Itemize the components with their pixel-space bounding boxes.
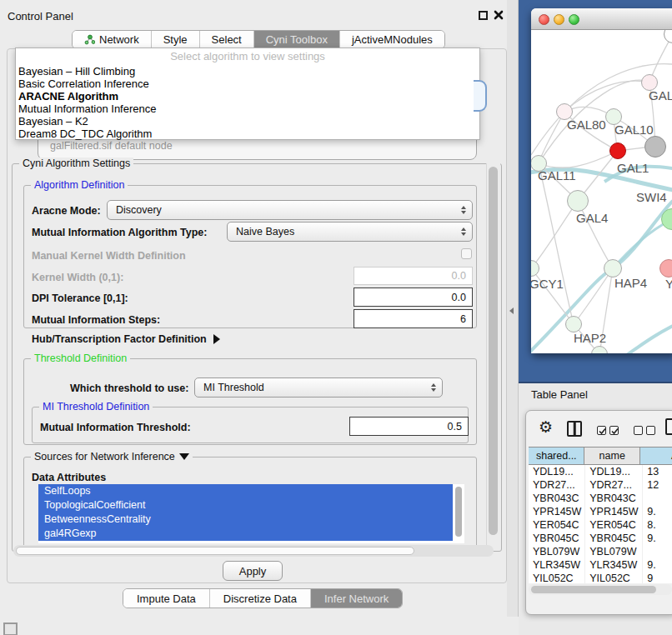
- node-label: GAL80: [567, 118, 606, 132]
- tab-discretize-data[interactable]: Discretize Data: [210, 589, 311, 608]
- apply-button[interactable]: Apply: [223, 561, 283, 581]
- table-cell[interactable]: 9.: [643, 558, 672, 572]
- tab-jactivemnodules[interactable]: jActiveMNodules: [340, 31, 444, 48]
- columns-icon[interactable]: [567, 421, 582, 437]
- algorithm-option[interactable]: Bayesian – K2: [16, 115, 479, 128]
- close-traffic-light-icon[interactable]: [539, 14, 549, 25]
- algorithm-option[interactable]: Bayesian – Hill Climbing: [16, 65, 479, 78]
- column-header-name[interactable]: name: [584, 448, 640, 464]
- tab-network[interactable]: Network: [73, 31, 152, 48]
- tab-infer-network[interactable]: Infer Network: [311, 589, 402, 608]
- table-cell[interactable]: 8.: [643, 518, 672, 532]
- tab-cyni-toolbox[interactable]: Cyni Toolbox: [254, 31, 340, 48]
- network-edge[interactable]: [574, 268, 613, 324]
- table-cell[interactable]: 12: [643, 478, 672, 492]
- table-cell[interactable]: YLR345W: [529, 558, 585, 572]
- table-row[interactable]: YDL19...YDL19...13: [529, 465, 672, 478]
- deselect-checkbox2-icon[interactable]: [646, 426, 655, 435]
- table-row[interactable]: YBR045CYBR045C9.: [529, 532, 672, 545]
- table-cell[interactable]: [643, 492, 672, 505]
- table-row[interactable]: YER054CYER054C8.: [529, 518, 672, 532]
- table-cell[interactable]: YDR27...: [529, 478, 585, 492]
- mi-threshold-input[interactable]: 0.5: [349, 417, 469, 436]
- settings-hscrollbar-thumb[interactable]: [16, 547, 414, 555]
- file-icon[interactable]: [665, 418, 672, 435]
- tab-impute-data[interactable]: Impute Data: [123, 589, 210, 608]
- network-canvas[interactable]: GALGAL80GAL10GAL1GAL11SWI4GAL4GCY1HAP4YH…: [531, 30, 672, 353]
- table-cell[interactable]: [643, 545, 672, 558]
- table-cell[interactable]: 9: [643, 572, 672, 583]
- select-all-checkbox2-icon[interactable]: [609, 426, 619, 435]
- mi-algorithm-type-select[interactable]: Naive Bayes: [227, 222, 473, 242]
- select-all-checkbox-icon[interactable]: [597, 426, 606, 435]
- gear-icon[interactable]: ⚙: [539, 419, 553, 435]
- mi-steps-input[interactable]: 6: [354, 309, 473, 328]
- table-cell[interactable]: YIL052C: [529, 572, 585, 583]
- minimized-panel-icon[interactable]: [3, 622, 18, 635]
- network-window-titlebar[interactable]: [531, 8, 672, 30]
- table-row[interactable]: YIL052CYIL052C9: [529, 572, 672, 583]
- attribute-list-scrollbar[interactable]: [455, 487, 462, 537]
- table-row[interactable]: YBL079WYBL079W: [529, 545, 672, 558]
- network-edge[interactable]: [624, 322, 672, 353]
- table-cell[interactable]: YDL19...: [529, 465, 585, 478]
- table-row[interactable]: YLR345WYLR345W9.: [529, 558, 672, 572]
- algorithm-option[interactable]: Basic Correlation Inference: [16, 78, 479, 90]
- table-hscrollbar-thumb[interactable]: [531, 586, 656, 593]
- table-cell[interactable]: YBR045C: [585, 532, 643, 545]
- settings-vscrollbar-thumb[interactable]: [489, 167, 498, 535]
- table-cell[interactable]: YBL079W: [529, 545, 585, 558]
- algorithm-option[interactable]: Dream8 DC_TDC Algorithm: [16, 128, 479, 140]
- node-hap2[interactable]: [565, 316, 582, 332]
- data-attribute-item[interactable]: TopologicalCoefficient: [38, 498, 453, 512]
- aracne-mode-select[interactable]: Discovery: [107, 200, 473, 220]
- column-header-shared-name[interactable]: shared...: [529, 448, 584, 464]
- column-header-partial[interactable]: A: [640, 448, 672, 464]
- table-cell[interactable]: YDL19...: [585, 465, 643, 478]
- kernel-width-input[interactable]: 0.0: [354, 267, 473, 285]
- zoom-traffic-light-icon[interactable]: [569, 14, 579, 25]
- table-cell[interactable]: 13: [643, 465, 672, 478]
- table-cell[interactable]: YBR045C: [529, 532, 585, 545]
- node-salmon[interactable]: [659, 259, 672, 278]
- dpi-tolerance-input[interactable]: 0.0: [354, 288, 473, 307]
- node-gal4[interactable]: [567, 190, 589, 212]
- data-attribute-item[interactable]: BetweennessCentrality: [38, 512, 453, 527]
- float-window-icon[interactable]: [479, 11, 488, 20]
- table-row[interactable]: YPR145WYPR145W9.: [529, 505, 672, 518]
- table-cell[interactable]: YBL079W: [585, 545, 643, 558]
- inference-algorithm-combo-fragment[interactable]: [474, 80, 487, 112]
- node-hap4[interactable]: [604, 259, 622, 278]
- table-cell[interactable]: YLR345W: [585, 558, 643, 572]
- hub-definition-toggle[interactable]: Hub/Transcription Factor Definition: [32, 333, 220, 345]
- data-attribute-item[interactable]: SelfLoops: [38, 484, 453, 498]
- table-cell[interactable]: YPR145W: [585, 505, 643, 518]
- table-row[interactable]: YDR27...YDR27...12: [529, 478, 672, 492]
- table-cell[interactable]: 9.: [643, 532, 672, 545]
- data-attribute-item[interactable]: gal4RGexp: [38, 527, 453, 541]
- tab-select[interactable]: Select: [200, 31, 254, 48]
- which-threshold-select[interactable]: MI Threshold: [194, 378, 443, 398]
- sources-toggle[interactable]: Sources for Network Inference: [31, 451, 193, 462]
- table-cell[interactable]: YIL052C: [585, 572, 643, 583]
- deselect-checkbox-icon[interactable]: [634, 426, 643, 435]
- close-icon[interactable]: [494, 10, 504, 20]
- minimize-traffic-light-icon[interactable]: [554, 14, 564, 25]
- table-cell[interactable]: YBR043C: [529, 492, 585, 505]
- node-gal1[interactable]: [609, 142, 626, 159]
- table-cell[interactable]: YPR145W: [529, 505, 585, 518]
- table-cell[interactable]: 9.: [643, 505, 672, 518]
- data-attributes-list[interactable]: SelfLoopsTopologicalCoefficientBetweenne…: [38, 484, 464, 543]
- table-row[interactable]: YBR043CYBR043C: [529, 492, 672, 505]
- network-edge[interactable]: [539, 163, 574, 324]
- table-cell[interactable]: YER054C: [585, 518, 643, 532]
- node-gray[interactable]: [644, 136, 666, 158]
- algorithm-option[interactable]: ARACNE Algorithm: [16, 90, 479, 102]
- tab-style[interactable]: Style: [152, 31, 200, 48]
- manual-kernel-width-checkbox[interactable]: [461, 248, 472, 259]
- divider-collapse-icon[interactable]: [509, 308, 514, 314]
- table-cell[interactable]: YDR27...: [585, 478, 643, 492]
- table-cell[interactable]: YBR043C: [585, 492, 643, 505]
- table-cell[interactable]: YER054C: [529, 518, 585, 532]
- algorithm-option[interactable]: Mutual Information Inference: [16, 102, 479, 115]
